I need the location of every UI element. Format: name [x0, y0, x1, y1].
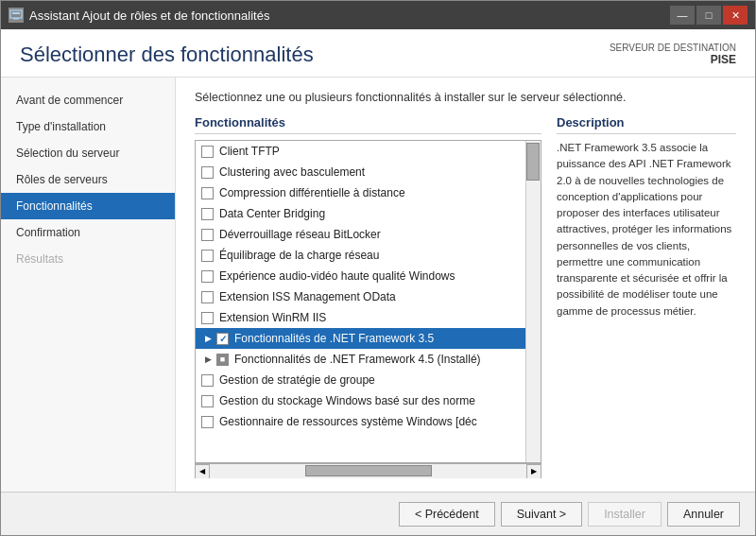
install-button[interactable]: Installer — [588, 502, 662, 527]
checkbox[interactable] — [201, 250, 214, 262]
list-item[interactable]: Data Center Bridging — [196, 203, 525, 224]
h-scroll-right-btn[interactable]: ▶ — [526, 464, 541, 479]
maximize-button[interactable]: □ — [696, 6, 721, 25]
feature-label: Gestionnaire de ressources système Windo… — [219, 415, 477, 428]
sidebar-item-6: Résultats — [1, 246, 175, 272]
description-column: Description .NET Framework 3.5 associe l… — [557, 115, 736, 478]
prev-button[interactable]: < Précédent — [399, 502, 495, 527]
checkbox[interactable] — [201, 208, 214, 220]
checkbox[interactable] — [201, 166, 214, 179]
window-title: Assistant Ajout de rôles et de fonctionn… — [29, 9, 269, 23]
sidebar: Avant de commencerType d'installationSél… — [1, 78, 176, 492]
list-item[interactable]: Équilibrage de la charge réseau — [196, 245, 525, 266]
content-columns: Fonctionnalités Client TFTPClustering av… — [195, 115, 736, 478]
content-area: Sélectionnez une ou plusieurs fonctionna… — [176, 78, 755, 492]
description-header: Description — [557, 115, 736, 134]
list-item[interactable]: ▶■Fonctionnalités de .NET Framework 4.5 … — [196, 349, 525, 370]
page-title: Sélectionner des fonctionnalités — [20, 43, 314, 67]
scrollbar[interactable] — [525, 141, 541, 462]
features-list: Client TFTPClustering avec basculementCo… — [196, 141, 541, 462]
checkbox[interactable] — [201, 270, 214, 283]
expand-arrow-icon: ▶ — [201, 332, 215, 345]
title-bar-left: Assistant Ajout de rôles et de fonctionn… — [9, 8, 269, 23]
close-button[interactable]: ✕ — [723, 6, 747, 25]
list-item[interactable]: Extension ISS Management OData — [196, 286, 525, 307]
feature-label: Data Center Bridging — [219, 207, 325, 220]
feature-label: Compression différentielle à distance — [219, 186, 405, 199]
svg-rect-2 — [13, 18, 19, 20]
checkbox[interactable] — [201, 187, 214, 199]
checkbox[interactable] — [201, 291, 214, 303]
main-content: Avant de commencerType d'installationSél… — [1, 78, 755, 492]
sidebar-item-1[interactable]: Type d'installation — [1, 113, 175, 140]
next-button[interactable]: Suivant > — [501, 502, 582, 527]
sidebar-item-4[interactable]: Fonctionnalités — [1, 193, 175, 219]
title-bar: Assistant Ajout de rôles et de fonctionn… — [1, 1, 755, 29]
list-item[interactable]: Gestion de stratégie de groupe — [196, 370, 525, 390]
list-item[interactable]: Gestionnaire de ressources système Windo… — [196, 411, 525, 432]
h-scroll-thumb[interactable] — [305, 465, 432, 476]
header-bar: Sélectionner des fonctionnalités SERVEUR… — [1, 29, 755, 78]
footer: < Précédent Suivant > Installer Annuler — [1, 492, 755, 535]
features-list-container: Client TFTPClustering avec basculementCo… — [195, 140, 541, 463]
h-scroll-left-btn[interactable]: ◀ — [195, 464, 210, 479]
app-icon — [9, 8, 24, 23]
server-info: SERVEUR DE DESTINATION Pise — [610, 43, 736, 66]
feature-label: Client TFTP — [219, 145, 280, 158]
feature-label: Fonctionnalités de .NET Framework 4.5 (I… — [234, 353, 481, 366]
checkbox[interactable]: ✓ — [216, 333, 229, 345]
sidebar-item-2[interactable]: Sélection du serveur — [1, 140, 175, 166]
scroll-thumb[interactable] — [526, 143, 540, 181]
expand-arrow-icon: ▶ — [201, 353, 215, 366]
checkbox[interactable] — [201, 146, 214, 158]
h-scroll-track[interactable] — [210, 464, 526, 479]
list-item[interactable]: Extension WinRM IIS — [196, 307, 525, 328]
list-item[interactable]: Clustering avec basculement — [196, 162, 525, 182]
minimize-button[interactable]: — — [670, 6, 695, 25]
list-item[interactable]: Compression différentielle à distance — [196, 182, 525, 203]
description-text: .NET Framework 3.5 associe la puissance … — [557, 140, 736, 320]
content-description: Sélectionnez une ou plusieurs fonctionna… — [195, 91, 736, 104]
checkbox[interactable] — [201, 416, 214, 428]
svg-rect-1 — [12, 12, 20, 14]
feature-label: Clustering avec basculement — [219, 165, 365, 179]
checkbox[interactable] — [201, 229, 214, 241]
list-item[interactable]: Expérience audio-vidéo haute qualité Win… — [196, 266, 525, 286]
list-item[interactable]: Déverrouillage réseau BitLocker — [196, 224, 525, 245]
feature-label: Déverrouillage réseau BitLocker — [219, 228, 381, 241]
list-item[interactable]: Gestion du stockage Windows basé sur des… — [196, 390, 525, 411]
feature-label: Équilibrage de la charge réseau — [219, 249, 379, 262]
sidebar-item-0[interactable]: Avant de commencer — [1, 87, 175, 113]
sidebar-item-3[interactable]: Rôles de serveurs — [1, 166, 175, 193]
checkbox[interactable] — [201, 374, 214, 387]
checkbox[interactable] — [201, 395, 214, 407]
sidebar-item-5[interactable]: Confirmation — [1, 219, 175, 246]
window-controls: — □ ✕ — [670, 6, 747, 25]
cancel-button[interactable]: Annuler — [667, 502, 740, 527]
feature-label: Extension ISS Management OData — [219, 290, 396, 303]
main-window: Assistant Ajout de rôles et de fonctionn… — [0, 0, 756, 536]
horizontal-scroll: ◀ ▶ — [195, 463, 541, 478]
feature-label: Gestion du stockage Windows basé sur des… — [219, 394, 475, 407]
feature-label: Gestion de stratégie de groupe — [219, 373, 375, 387]
feature-label: Extension WinRM IIS — [219, 311, 326, 324]
checkbox[interactable] — [201, 312, 214, 324]
feature-label: Expérience audio-vidéo haute qualité Win… — [219, 269, 455, 283]
features-column: Fonctionnalités Client TFTPClustering av… — [195, 115, 541, 478]
server-label: SERVEUR DE DESTINATION — [610, 43, 736, 53]
list-item[interactable]: Client TFTP — [196, 141, 525, 162]
server-name: Pise — [610, 53, 736, 66]
features-header: Fonctionnalités — [195, 115, 541, 134]
list-item[interactable]: ▶✓Fonctionnalités de .NET Framework 3.5 — [196, 328, 525, 349]
feature-label: Fonctionnalités de .NET Framework 3.5 — [234, 332, 434, 345]
installed-icon: ■ — [216, 354, 229, 366]
